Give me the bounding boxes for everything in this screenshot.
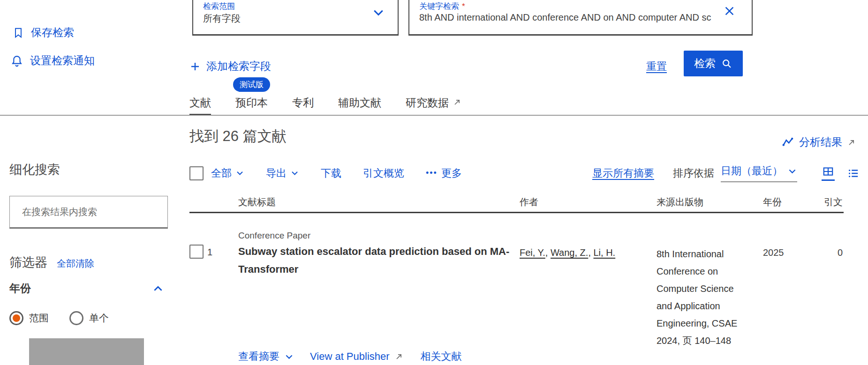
results-count: 找到 26 篇文献 — [189, 127, 287, 146]
save-search-link[interactable]: 保存检索 — [12, 25, 74, 40]
set-alert-label: 设置检索通知 — [30, 53, 95, 68]
set-alert-link[interactable]: 设置检索通知 — [10, 53, 95, 68]
related-documents-label: 相关文献 — [421, 350, 462, 364]
view-at-publisher-link[interactable]: View at Publisher — [310, 350, 404, 363]
author-link[interactable]: Li, H. — [594, 247, 616, 258]
author-link[interactable]: Wang, Z. — [551, 247, 588, 258]
chevron-down-icon — [787, 166, 797, 176]
citations-cell: 0 — [816, 247, 843, 258]
document-title-link[interactable]: Subway station escalator data prediction… — [238, 243, 509, 278]
sort-value-text: 日期（最近） — [721, 164, 783, 178]
tab-patents[interactable]: 专利 — [292, 96, 314, 116]
results-toolbar: 全部 导出 下载 引文概览 ••• 更多 显示所有摘要 排序依据 日期（最近） — [189, 164, 860, 182]
plus-icon — [189, 61, 201, 72]
table-header-rule — [189, 212, 844, 213]
document-type-label: Conference Paper — [238, 231, 310, 241]
save-search-label: 保存检索 — [31, 25, 74, 40]
external-link-icon — [394, 352, 404, 361]
export-dropdown[interactable]: 导出 — [266, 166, 299, 180]
single-radio[interactable] — [69, 311, 83, 325]
beta-badge: 测试版 — [233, 77, 270, 92]
author-separator: , — [545, 247, 551, 258]
select-all-checkbox[interactable] — [189, 166, 204, 180]
download-button[interactable]: 下载 — [321, 166, 341, 180]
select-all-dropdown[interactable]: 全部 — [211, 166, 244, 180]
scopus-search-results-page: 保存检索 设置检索通知 检索范围 所有字段 关键字检索* 8th AND int… — [0, 0, 868, 365]
year-cell: 2025 — [763, 247, 784, 258]
column-header-source: 来源出版物 — [657, 196, 703, 209]
chevron-down-icon — [235, 169, 244, 178]
chevron-down-icon — [284, 352, 294, 362]
year-mode-radios: 范围 单个 — [9, 311, 109, 325]
reset-link[interactable]: 重置 — [646, 60, 667, 74]
author-link[interactable]: Fei, Y. — [520, 247, 545, 258]
search-within-results-input[interactable] — [9, 196, 168, 229]
export-label: 导出 — [266, 166, 287, 180]
clear-keyword-icon[interactable] — [723, 5, 736, 17]
filters-header: 筛选器 全部清除 — [9, 254, 94, 271]
grid-view-icon[interactable] — [822, 165, 835, 181]
keyword-search-label: 关键字检索* — [419, 1, 465, 12]
source-line: 8th International — [657, 246, 737, 263]
search-button-label: 检索 — [694, 56, 716, 71]
section-divider — [0, 115, 868, 116]
clear-all-filters-link[interactable]: 全部清除 — [57, 257, 94, 270]
tab-documents[interactable]: 文献 — [189, 96, 211, 116]
document-title-line1: Subway station escalator data prediction… — [238, 243, 509, 261]
range-radio-label: 范围 — [29, 312, 49, 325]
source-line: and Application — [657, 298, 737, 315]
row-checkbox[interactable] — [189, 245, 204, 259]
chevron-up-icon[interactable] — [152, 283, 164, 295]
chevron-down-icon[interactable] — [371, 6, 385, 20]
citation-overview-label: 引文概览 — [363, 166, 404, 180]
filters-title: 筛选器 — [9, 254, 47, 271]
search-scope-value: 所有字段 — [203, 12, 241, 25]
year-histogram-bar — [29, 338, 144, 365]
source-line: Engineering, CSAE — [657, 315, 737, 332]
single-radio-label: 单个 — [89, 312, 109, 325]
author-separator: , — [588, 247, 593, 258]
tab-secondary-documents-label: 辅助文献 — [338, 96, 381, 110]
analyze-results-link[interactable]: 分析结果 — [781, 135, 856, 149]
related-documents-link[interactable]: 相关文献 — [421, 350, 462, 364]
view-abstract-link[interactable]: 查看摘要 — [238, 350, 294, 364]
tab-preprints[interactable]: 预印本 — [235, 96, 268, 116]
radio-selected-dot — [13, 314, 20, 322]
source-line: Conference on — [657, 263, 737, 280]
document-title-line2: Transformer — [238, 261, 509, 278]
add-search-field-label: 添加检索字段 — [206, 59, 271, 74]
tab-secondary-documents[interactable]: 辅助文献 — [338, 96, 381, 116]
add-search-field-link[interactable]: 添加检索字段 — [189, 59, 271, 74]
view-at-publisher-label: View at Publisher — [310, 350, 390, 363]
required-asterisk: * — [462, 2, 465, 11]
analyze-results-label: 分析结果 — [799, 135, 842, 149]
tab-research-data[interactable]: 研究数据 — [406, 96, 462, 116]
sort-by-label: 排序依据 — [673, 166, 714, 180]
tab-research-data-label: 研究数据 — [406, 96, 449, 110]
authors-cell: Fei, Y., Wang, Z., Li, H. — [520, 247, 615, 258]
row-index: 1 — [207, 247, 212, 258]
column-header-title: 文献标题 — [238, 196, 276, 209]
keyword-search-field[interactable]: 关键字检索* 8th AND international AND confere… — [408, 0, 753, 36]
range-radio[interactable] — [9, 311, 23, 325]
analyze-chart-icon — [781, 136, 794, 149]
sort-value-dropdown[interactable]: 日期（最近） — [721, 164, 797, 182]
download-label: 下载 — [321, 166, 341, 180]
citation-overview-button[interactable]: 引文概览 — [363, 166, 404, 180]
search-button[interactable]: 检索 — [684, 51, 743, 76]
more-menu-button[interactable]: ••• 更多 — [426, 166, 462, 180]
search-icon — [721, 58, 732, 69]
year-filter-header[interactable]: 年份 — [9, 281, 164, 296]
refine-search-title: 细化搜索 — [9, 161, 60, 178]
show-all-abstracts-link[interactable]: 显示所有摘要 — [592, 166, 654, 180]
source-cell[interactable]: 8th International Conference on Computer… — [657, 246, 737, 350]
ellipsis-icon: ••• — [426, 168, 438, 178]
chevron-down-icon — [290, 169, 299, 178]
column-header-year: 年份 — [763, 196, 782, 209]
keyword-search-value[interactable]: 8th AND international AND conference AND… — [419, 12, 729, 23]
search-scope-select[interactable]: 检索范围 所有字段 — [192, 0, 399, 36]
external-link-icon — [453, 97, 462, 107]
tab-preprints-label: 预印本 — [235, 96, 268, 110]
row-actions: 查看摘要 View at Publisher 相关文献 — [238, 350, 462, 364]
list-view-icon[interactable] — [847, 167, 860, 179]
